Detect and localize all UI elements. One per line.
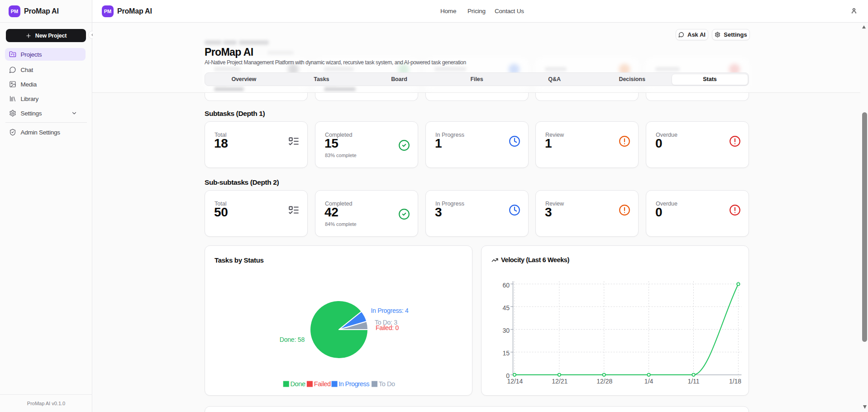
svg-text:12/21: 12/21 — [552, 378, 568, 385]
svg-text:1/18: 1/18 — [729, 378, 741, 385]
svg-text:Failed: Failed — [314, 380, 331, 388]
svg-text:Done: Done — [291, 380, 305, 388]
svg-text:Failed: 0: Failed: 0 — [376, 324, 399, 331]
svg-text:To Do: To Do — [379, 380, 395, 388]
svg-text:Done: 58: Done: 58 — [280, 336, 305, 343]
svg-text:30: 30 — [502, 327, 510, 334]
svg-text:In Progress: 4: In Progress: 4 — [371, 307, 409, 314]
svg-text:60: 60 — [502, 282, 510, 289]
svg-text:12/14: 12/14 — [507, 378, 523, 385]
svg-text:1/11: 1/11 — [687, 378, 699, 385]
svg-text:15: 15 — [502, 350, 510, 357]
svg-text:45: 45 — [502, 304, 510, 311]
svg-text:In Progress: In Progress — [339, 380, 369, 388]
svg-text:1/4: 1/4 — [644, 378, 653, 385]
svg-text:12/28: 12/28 — [596, 378, 612, 385]
